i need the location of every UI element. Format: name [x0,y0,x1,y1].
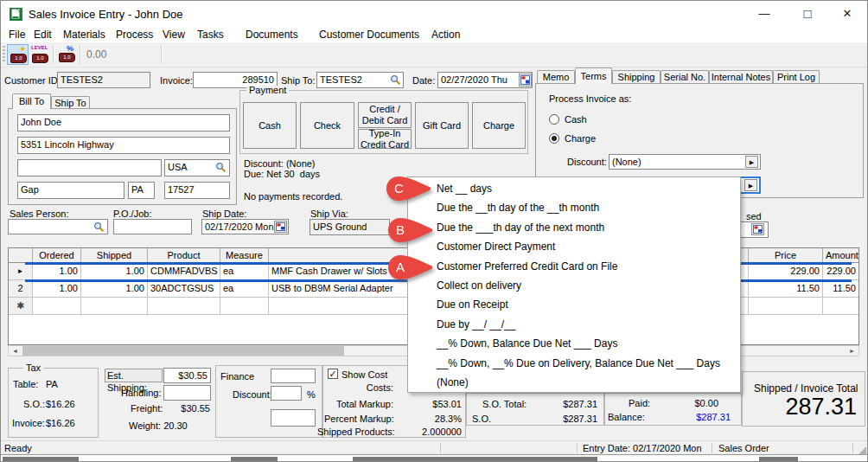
new-row-icon[interactable]: ✱ [9,298,33,315]
menu-item-down-balance-net[interactable]: __% Down, Balance Due Net ___ Days [408,334,740,353]
menu-item-customer-direct-payment[interactable]: Customer Direct Payment [408,237,740,256]
cell-product[interactable]: CDMMFADVBS [148,263,220,280]
clipped-date-calendar-icon[interactable] [751,223,764,235]
tab-print-log[interactable]: Print Log [773,70,820,84]
charge-payment-button[interactable]: Charge [472,102,526,149]
menu-view[interactable]: View [163,29,185,41]
scroll-left-icon[interactable]: ◄ [9,346,22,356]
terms-discount-combo[interactable]: (None) [609,154,761,170]
cash-radio[interactable] [549,114,559,125]
ship-via-field[interactable]: UPS Ground [310,219,390,235]
menu-item-customer-preferred-card[interactable]: Customer Preferred Credit Card on File [408,257,740,276]
charge-radio[interactable] [549,133,559,144]
scroll-right-icon[interactable]: ► [846,346,858,356]
menu-tasks[interactable]: Tasks [197,29,224,41]
col-shipped[interactable]: Shipped [81,248,148,263]
close-button[interactable]: ✕ [833,4,862,23]
finance-extra-field[interactable] [271,409,316,427]
est-shipping-field[interactable]: $30.55 [163,368,211,383]
po-job-field[interactable] [113,219,192,234]
tab-ship-to[interactable]: Ship To [51,96,90,109]
cell-measure[interactable]: ea [220,263,269,280]
show-cost-checkbox[interactable]: ✓ [328,369,338,379]
bottom-discount-field[interactable] [271,386,302,401]
scroll-thumb[interactable] [22,346,344,356]
gift-card-button[interactable]: Gift Card [415,102,469,149]
maximize-button[interactable]: □ [793,4,822,23]
check-payment-button[interactable]: Check [300,102,354,149]
tab-internal-notes[interactable]: Internal Notes [709,70,773,84]
bill-to-name-field[interactable]: John Doe [17,114,230,132]
tab-shipping[interactable]: Shipping [612,70,661,84]
cell-ordered[interactable]: 1.00 [33,263,81,280]
discount-combo-arrow-icon[interactable]: ▶ [745,156,758,168]
handling-field[interactable] [163,385,211,401]
cell-shipped[interactable]: 1.00 [81,263,148,280]
cell-price[interactable]: 11.50 [749,280,823,298]
type-in-credit-card-button[interactable]: Type-In Credit Card [358,129,412,149]
cell-price[interactable] [749,298,823,315]
sales-person-search-icon[interactable] [93,221,105,233]
menu-item-down-delivery-balance-net[interactable]: __% Down, __% Due on Delivery, Balance D… [408,354,740,373]
cell-shipped[interactable] [81,298,148,315]
cell-amount[interactable]: 229.00 [823,263,858,280]
grid-corner-cell[interactable] [9,248,33,263]
ship-date-calendar-icon[interactable] [274,221,287,233]
menu-customer-documents[interactable]: Customer Documents [319,29,419,41]
price-percent-icon[interactable]: % 1.0 [57,44,79,65]
menu-item-none[interactable]: (None) [408,373,740,392]
menu-item-net-days[interactable]: Net __ days [408,179,740,198]
menu-process[interactable]: Process [116,29,153,41]
menu-item-due-by-date[interactable]: Due by __/ __/__ [408,315,740,334]
tab-memo[interactable]: Memo [537,70,575,84]
col-measure[interactable]: Measure [220,248,269,263]
cell-product[interactable]: 30ADCTGSUS [148,280,220,298]
cell-price[interactable]: 229.00 [749,263,823,280]
app-icon [9,7,23,22]
cell-ordered[interactable] [33,298,81,315]
cell-measure[interactable] [220,298,269,315]
ship-to-search-icon[interactable] [390,74,401,86]
customer-id-field[interactable]: TESTES2 [57,72,150,88]
cash-payment-button[interactable]: Cash [243,102,297,149]
col-product[interactable]: Product [148,248,220,263]
bill-to-city-field[interactable]: Gap [17,182,124,199]
menu-item-due-th-day-next-month[interactable]: Due the ___th day of the next month [408,218,740,237]
price-tag-new-icon[interactable]: 1.0 ✦ [7,44,29,65]
cell-ordered[interactable]: 1.00 [33,280,81,298]
resize-grip[interactable] [858,446,866,454]
menu-edit[interactable]: Edit [34,29,52,41]
col-amount[interactable]: Amount [823,248,858,263]
finance-field[interactable] [271,369,316,383]
terms-combo-arrow-icon[interactable]: ▶ [744,179,757,191]
bill-to-zip-field[interactable]: 17527 [164,182,230,199]
row-number[interactable]: 2 [9,280,33,298]
menu-documents[interactable]: Documents [246,29,298,41]
bill-to-state-field[interactable]: PA [128,182,155,199]
credit-debit-card-button[interactable]: Credit / Debit Card [358,102,412,128]
cell-amount[interactable] [823,298,858,315]
country-search-icon[interactable] [215,162,227,173]
col-ordered[interactable]: Ordered [33,248,81,263]
date-calendar-icon[interactable] [519,74,532,87]
current-row-pointer-icon[interactable]: ► [9,263,33,280]
col-price[interactable]: Price [749,248,823,263]
menu-file[interactable]: File [9,29,25,41]
menu-action[interactable]: Action [431,29,460,41]
minimize-button[interactable]: — [750,4,779,23]
menu-materials[interactable]: Materials [63,29,105,41]
bill-to-street-field[interactable]: 5351 Lincoln Highway [17,137,230,154]
cell-shipped[interactable]: 1.00 [81,280,148,298]
est-shipping-button[interactable]: Est. Shipping: [105,369,163,382]
tab-serial-no[interactable]: Serial No. [661,70,709,84]
price-level-icon[interactable]: LEVEL 1.0 [29,44,51,65]
bill-to-address2-field[interactable] [17,159,162,176]
menu-item-due-th-day-th-month[interactable]: Due the __th day of the __th month [408,198,740,217]
cell-product[interactable] [148,298,220,315]
menu-item-due-on-receipt[interactable]: Due on Receipt [408,295,740,314]
tab-terms[interactable]: Terms [575,67,612,84]
cell-measure[interactable]: ea [220,280,269,298]
cell-amount[interactable]: 11.50 [823,280,858,298]
tab-bill-to[interactable]: Bill To [12,93,51,109]
menu-item-collect-on-delivery[interactable]: Collect on delivery [408,276,740,295]
